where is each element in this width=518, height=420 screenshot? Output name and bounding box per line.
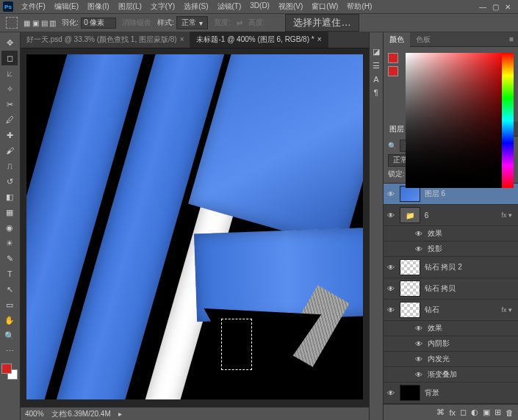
close-icon[interactable]: × [317, 35, 322, 43]
menu-type[interactable]: 文字(Y) [147, 0, 179, 13]
background-swatch[interactable] [388, 66, 398, 76]
layer-fx-badge[interactable]: fx ▾ [501, 211, 515, 219]
close-icon[interactable]: × [180, 35, 184, 43]
layer-name[interactable]: 图层 6 [425, 189, 515, 199]
eyedropper-tool[interactable]: 🖊 [1, 112, 18, 127]
filter-kind-icon[interactable]: 🔍 [388, 142, 397, 150]
visibility-toggle[interactable]: 👁 [414, 371, 423, 379]
visibility-toggle[interactable]: 👁 [386, 190, 395, 198]
type-tool[interactable]: T [1, 267, 18, 281]
hand-tool[interactable]: ✋ [1, 313, 18, 327]
visibility-toggle[interactable]: 👁 [386, 264, 395, 272]
maximize-button[interactable]: ▢ [492, 3, 499, 11]
layer-name[interactable]: 背景 [425, 388, 515, 398]
blur-tool[interactable]: ◉ [1, 220, 18, 235]
move-tool[interactable]: ✥ [1, 35, 18, 50]
layer-effect-item[interactable]: 👁渐变叠加 [384, 367, 518, 383]
layer-thumbnail[interactable] [400, 186, 420, 202]
dodge-tool[interactable]: ☀ [1, 236, 18, 250]
menu-layer[interactable]: 图层(L) [115, 0, 145, 13]
zoom-tool[interactable]: 🔍 [1, 328, 18, 343]
layer-thumbnail[interactable] [400, 280, 420, 297]
visibility-toggle[interactable]: 👁 [414, 245, 423, 253]
swatches-tab[interactable]: 色板 [410, 32, 436, 47]
layer-name[interactable]: 钻石 拷贝 2 [425, 262, 515, 272]
history-panel-icon[interactable]: ◪ [373, 47, 380, 57]
layer-effect-item[interactable]: 👁投影 [384, 242, 518, 257]
menu-filter[interactable]: 滤镜(T) [214, 0, 245, 13]
refine-edge-button[interactable]: 选择并遮住… [285, 14, 359, 32]
swap-icon[interactable]: ⇄ [237, 19, 242, 27]
menu-help[interactable]: 帮助(H) [343, 0, 375, 13]
visibility-toggle[interactable]: 👁 [414, 325, 423, 333]
document-tab-1[interactable]: 未标题-1 @ 400% (图层 6, RGB/8) *× [190, 32, 328, 48]
gradient-tool[interactable]: ▦ [1, 205, 18, 220]
layer-fx-badge[interactable]: fx ▾ [501, 306, 515, 314]
menu-3d[interactable]: 3D(D) [246, 0, 273, 13]
color-tab[interactable]: 颜色 [384, 32, 410, 47]
layer-name[interactable]: 钻石 拷贝 [425, 283, 515, 294]
layer-effect-item[interactable]: 👁内发光 [384, 352, 518, 367]
visibility-toggle[interactable]: 👁 [414, 340, 423, 348]
menu-edit[interactable]: 编辑(E) [51, 0, 82, 13]
brush-tool[interactable]: 🖌 [1, 143, 18, 158]
canvas-area[interactable] [21, 48, 369, 407]
menu-view[interactable]: 视图(V) [275, 0, 306, 13]
visibility-toggle[interactable]: 👁 [414, 355, 423, 363]
close-button[interactable]: ✕ [505, 3, 511, 11]
menu-window[interactable]: 窗口(W) [308, 0, 342, 13]
layer-row[interactable]: 👁钻石 拷贝 [384, 278, 518, 300]
history-brush-tool[interactable]: ↺ [1, 174, 18, 189]
layer-name[interactable]: 效果 [428, 323, 515, 333]
layer-thumbnail[interactable] [400, 259, 420, 275]
layer-mask-icon[interactable]: ◻ [460, 408, 467, 417]
layer-row[interactable]: 👁钻石fx ▾ [384, 300, 518, 321]
layer-name[interactable]: 6 [425, 211, 497, 220]
heal-tool[interactable]: ✚ [1, 128, 18, 142]
style-dropdown[interactable]: 正常 ▾ [176, 16, 208, 29]
layer-name[interactable]: 内阴影 [428, 338, 515, 349]
antialias-checkbox[interactable]: 消除锯齿 [122, 18, 151, 28]
layer-thumbnail[interactable] [400, 385, 420, 401]
layer-effect-item[interactable]: 👁效果 [384, 226, 518, 242]
delete-layer-icon[interactable]: 🗑 [506, 408, 514, 417]
more-tools[interactable]: ⋯ [1, 344, 18, 358]
layer-row[interactable]: 👁📁6fx ▾ [384, 205, 518, 226]
canvas[interactable] [26, 54, 363, 399]
layer-name[interactable]: 渐变叠加 [428, 369, 515, 380]
adjustment-layer-icon[interactable]: ◐ [471, 408, 478, 417]
path-select-tool[interactable]: ↖ [1, 282, 18, 297]
layers-list[interactable]: 👁图层 6👁📁6fx ▾👁效果👁投影👁钻石 拷贝 2👁钻石 拷贝👁钻石fx ▾👁… [384, 184, 518, 404]
layer-row[interactable]: 👁背景 [384, 383, 518, 404]
layer-fx-icon[interactable]: fx [449, 408, 456, 417]
crop-tool[interactable]: ✂ [1, 97, 18, 112]
layer-effect-item[interactable]: 👁内阴影 [384, 336, 518, 352]
menu-select[interactable]: 选择(S) [180, 0, 212, 13]
foreground-color-swatch[interactable] [1, 363, 12, 374]
lasso-tool[interactable]: ⟀ [1, 66, 18, 81]
color-swatches[interactable] [1, 363, 18, 380]
color-field[interactable] [406, 53, 507, 188]
zoom-level[interactable]: 400% [25, 410, 44, 418]
selection-marquee[interactable] [221, 319, 252, 370]
layer-effect-item[interactable]: 👁效果 [384, 321, 518, 336]
menu-file[interactable]: 文件(F) [18, 0, 49, 13]
layer-row[interactable]: 👁钻石 拷贝 2 [384, 257, 518, 278]
stamp-tool[interactable]: ⎍ [1, 159, 18, 173]
panel-menu-icon[interactable]: ≡ [505, 35, 518, 43]
marquee-tool-icon[interactable] [6, 17, 18, 29]
character-panel-icon[interactable]: A [373, 75, 378, 84]
layer-thumbnail[interactable]: 📁 [400, 207, 420, 223]
feather-input[interactable] [81, 18, 116, 29]
chevron-right-icon[interactable]: ▸ [118, 410, 122, 418]
layer-thumbnail[interactable] [400, 302, 420, 318]
menu-image[interactable]: 图像(I) [84, 0, 112, 13]
pen-tool[interactable]: ✎ [1, 251, 18, 266]
eraser-tool[interactable]: ◧ [1, 189, 18, 204]
marquee-tool[interactable]: ◻ [1, 51, 18, 65]
selection-mode-icons[interactable]: ▦ ▣ ▤ ▥ [24, 19, 56, 27]
link-layers-icon[interactable]: ⌘ [436, 408, 445, 417]
group-icon[interactable]: ▣ [483, 408, 490, 417]
minimize-button[interactable]: — [479, 3, 486, 11]
layer-name[interactable]: 效果 [428, 228, 515, 239]
